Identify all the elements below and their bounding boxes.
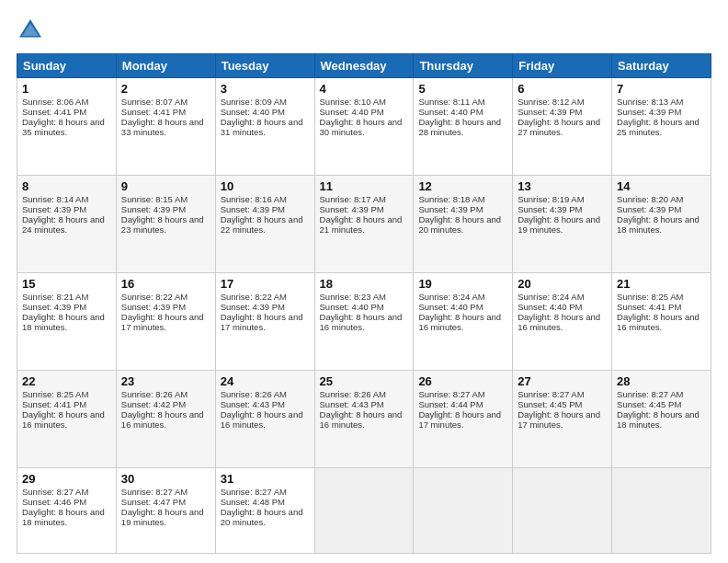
day-cell-6: 6Sunrise: 8:12 AMSunset: 4:39 PMDaylight… xyxy=(513,78,612,176)
day-number: 30 xyxy=(121,472,210,486)
day-cell-27: 27Sunrise: 8:27 AMSunset: 4:45 PMDayligh… xyxy=(513,371,612,468)
day-cell-18: 18Sunrise: 8:23 AMSunset: 4:40 PMDayligh… xyxy=(314,273,414,371)
day-cell-16: 16Sunrise: 8:22 AMSunset: 4:39 PMDayligh… xyxy=(116,273,215,371)
daylight-hours: Daylight: 8 hours and 30 minutes. xyxy=(320,117,403,137)
day-number: 1 xyxy=(22,82,111,96)
day-number: 11 xyxy=(320,179,409,193)
calendar-header-row: SundayMondayTuesdayWednesdayThursdayFrid… xyxy=(17,54,711,78)
day-number: 19 xyxy=(418,277,507,291)
day-number: 4 xyxy=(320,82,409,96)
day-cell-1: 1Sunrise: 8:06 AMSunset: 4:41 PMDaylight… xyxy=(17,78,117,176)
sunset-time: Sunset: 4:43 PM xyxy=(221,399,285,409)
sunset-time: Sunset: 4:39 PM xyxy=(617,204,681,214)
sunrise-time: Sunrise: 8:25 AM xyxy=(617,292,683,302)
sunrise-time: Sunrise: 8:19 AM xyxy=(518,194,584,204)
calendar-week-1: 1Sunrise: 8:06 AMSunset: 4:41 PMDaylight… xyxy=(17,78,711,176)
daylight-hours: Daylight: 8 hours and 28 minutes. xyxy=(418,117,501,137)
daylight-hours: Daylight: 8 hours and 17 minutes. xyxy=(518,409,600,430)
sunrise-time: Sunrise: 8:25 AM xyxy=(22,389,88,399)
sunset-time: Sunset: 4:39 PM xyxy=(418,204,483,214)
calendar-table: SundayMondayTuesdayWednesdayThursdayFrid… xyxy=(17,53,711,554)
sunrise-time: Sunrise: 8:22 AM xyxy=(221,292,287,302)
sunset-time: Sunset: 4:39 PM xyxy=(518,204,582,214)
day-header-tuesday: Tuesday xyxy=(215,54,314,78)
daylight-hours: Daylight: 8 hours and 16 minutes. xyxy=(22,409,105,430)
daylight-hours: Daylight: 8 hours and 19 minutes. xyxy=(518,214,600,235)
sunrise-time: Sunrise: 8:09 AM xyxy=(221,97,287,107)
sunset-time: Sunset: 4:45 PM xyxy=(518,399,582,409)
calendar-week-3: 15Sunrise: 8:21 AMSunset: 4:39 PMDayligh… xyxy=(17,273,711,371)
sunrise-time: Sunrise: 8:26 AM xyxy=(320,389,386,399)
day-number: 20 xyxy=(518,277,607,291)
day-cell-23: 23Sunrise: 8:26 AMSunset: 4:42 PMDayligh… xyxy=(116,371,215,468)
sunrise-time: Sunrise: 8:11 AM xyxy=(418,97,484,107)
day-cell-12: 12Sunrise: 8:18 AMSunset: 4:39 PMDayligh… xyxy=(414,176,513,273)
daylight-hours: Daylight: 8 hours and 16 minutes. xyxy=(418,312,501,332)
sunrise-time: Sunrise: 8:20 AM xyxy=(617,194,683,204)
sunrise-time: Sunrise: 8:27 AM xyxy=(418,389,484,399)
sunset-time: Sunset: 4:41 PM xyxy=(22,107,86,117)
daylight-hours: Daylight: 8 hours and 21 minutes. xyxy=(320,214,403,235)
day-number: 29 xyxy=(22,472,111,486)
day-cell-24: 24Sunrise: 8:26 AMSunset: 4:43 PMDayligh… xyxy=(215,371,314,468)
sunrise-time: Sunrise: 8:14 AM xyxy=(22,194,88,204)
daylight-hours: Daylight: 8 hours and 16 minutes. xyxy=(617,312,700,332)
sunrise-time: Sunrise: 8:27 AM xyxy=(518,389,584,399)
day-number: 18 xyxy=(320,277,409,291)
sunset-time: Sunset: 4:40 PM xyxy=(418,107,483,117)
sunset-time: Sunset: 4:47 PM xyxy=(121,497,186,507)
sunset-time: Sunset: 4:46 PM xyxy=(22,497,86,507)
day-cell-21: 21Sunrise: 8:25 AMSunset: 4:41 PMDayligh… xyxy=(612,273,711,371)
day-number: 12 xyxy=(418,179,507,193)
sunrise-time: Sunrise: 8:27 AM xyxy=(617,389,683,399)
day-number: 8 xyxy=(22,179,111,193)
day-cell-25: 25Sunrise: 8:26 AMSunset: 4:43 PMDayligh… xyxy=(314,371,414,468)
day-cell-11: 11Sunrise: 8:17 AMSunset: 4:39 PMDayligh… xyxy=(314,176,414,273)
logo-icon xyxy=(17,17,44,44)
sunset-time: Sunset: 4:44 PM xyxy=(418,399,483,409)
sunset-time: Sunset: 4:39 PM xyxy=(121,204,186,214)
sunset-time: Sunset: 4:40 PM xyxy=(518,302,582,312)
sunrise-time: Sunrise: 8:17 AM xyxy=(320,194,386,204)
day-number: 16 xyxy=(121,277,210,291)
calendar-week-5: 29Sunrise: 8:27 AMSunset: 4:46 PMDayligh… xyxy=(17,468,711,554)
daylight-hours: Daylight: 8 hours and 22 minutes. xyxy=(221,214,303,235)
sunrise-time: Sunrise: 8:27 AM xyxy=(221,487,287,497)
daylight-hours: Daylight: 8 hours and 17 minutes. xyxy=(418,409,501,430)
daylight-hours: Daylight: 8 hours and 18 minutes. xyxy=(22,312,105,332)
daylight-hours: Daylight: 8 hours and 24 minutes. xyxy=(22,214,105,235)
day-header-friday: Friday xyxy=(513,54,612,78)
day-header-saturday: Saturday xyxy=(612,54,711,78)
sunset-time: Sunset: 4:40 PM xyxy=(320,302,384,312)
daylight-hours: Daylight: 8 hours and 16 minutes. xyxy=(121,409,204,430)
daylight-hours: Daylight: 8 hours and 18 minutes. xyxy=(617,214,700,235)
day-cell-13: 13Sunrise: 8:19 AMSunset: 4:39 PMDayligh… xyxy=(513,176,612,273)
sunset-time: Sunset: 4:40 PM xyxy=(320,107,384,117)
day-header-sunday: Sunday xyxy=(17,54,117,78)
day-header-monday: Monday xyxy=(116,54,215,78)
sunset-time: Sunset: 4:48 PM xyxy=(221,497,285,507)
day-number: 6 xyxy=(518,82,607,96)
day-cell-2: 2Sunrise: 8:07 AMSunset: 4:41 PMDaylight… xyxy=(116,78,215,176)
sunset-time: Sunset: 4:39 PM xyxy=(617,107,681,117)
day-number: 28 xyxy=(617,374,706,388)
empty-cell xyxy=(513,468,612,554)
day-number: 7 xyxy=(617,82,706,96)
day-header-thursday: Thursday xyxy=(414,54,513,78)
day-number: 13 xyxy=(518,179,607,193)
calendar-week-2: 8Sunrise: 8:14 AMSunset: 4:39 PMDaylight… xyxy=(17,176,711,273)
logo xyxy=(17,17,50,44)
day-cell-22: 22Sunrise: 8:25 AMSunset: 4:41 PMDayligh… xyxy=(17,371,117,468)
sunrise-time: Sunrise: 8:27 AM xyxy=(22,487,88,497)
day-number: 2 xyxy=(121,82,210,96)
daylight-hours: Daylight: 8 hours and 18 minutes. xyxy=(617,409,700,430)
day-number: 5 xyxy=(418,82,507,96)
daylight-hours: Daylight: 8 hours and 18 minutes. xyxy=(22,507,105,527)
day-number: 22 xyxy=(22,374,111,388)
sunrise-time: Sunrise: 8:13 AM xyxy=(617,97,683,107)
sunset-time: Sunset: 4:41 PM xyxy=(121,107,186,117)
sunset-time: Sunset: 4:40 PM xyxy=(221,107,285,117)
day-cell-28: 28Sunrise: 8:27 AMSunset: 4:45 PMDayligh… xyxy=(612,371,711,468)
sunset-time: Sunset: 4:39 PM xyxy=(221,204,285,214)
sunset-time: Sunset: 4:39 PM xyxy=(22,204,86,214)
